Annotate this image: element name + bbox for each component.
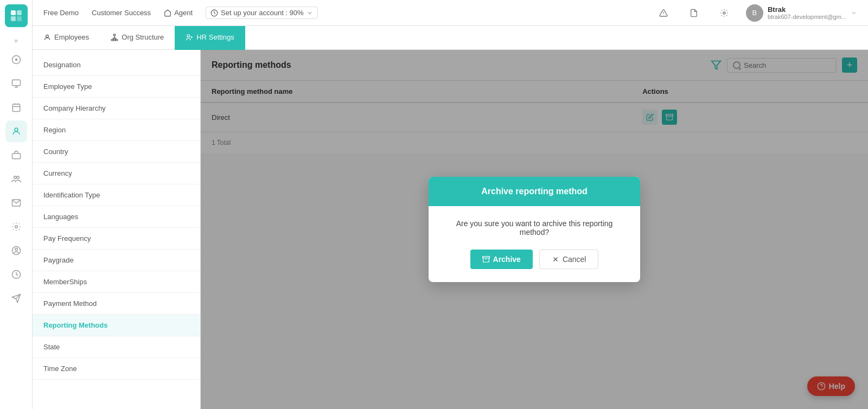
archive-modal: Archive reporting method Are you sure yo…: [429, 177, 640, 282]
svg-point-37: [187, 34, 190, 37]
menu-item-reporting-methods[interactable]: Reporting Methods: [33, 315, 200, 336]
app-logo: [5, 4, 28, 27]
nav-icon-calendar[interactable]: [5, 97, 27, 118]
user-info: B Btrak btrak607-development@gm...: [746, 4, 857, 22]
tab-hr-settings[interactable]: HR Settings: [175, 26, 245, 50]
menu-item-currency[interactable]: Currency: [33, 163, 200, 184]
menu-item-memberships[interactable]: MemberShips: [33, 271, 200, 293]
nav-icon-group[interactable]: [5, 168, 27, 190]
menu-item-pay-frequency[interactable]: Pay Frequency: [33, 228, 200, 250]
menu-item-region[interactable]: Region: [33, 119, 200, 141]
modal-body: Are you sure you want to archive this re…: [429, 206, 640, 250]
setup-link[interactable]: Set up your account : 90%: [206, 7, 317, 19]
user-email: btrak607-development@gm...: [768, 14, 846, 20]
nav-icon-send[interactable]: [5, 287, 27, 309]
nav-icon-person[interactable]: [5, 120, 27, 142]
top-navbar: Free Demo Customer Success Agent Set up …: [33, 0, 868, 26]
customer-success-link[interactable]: Customer Success: [92, 9, 151, 17]
left-panel: Designation Employee Type Company Hierar…: [33, 50, 201, 409]
right-panel: Reporting methods + Reporting method nam…: [201, 50, 868, 409]
menu-item-time-zone[interactable]: Time Zone: [33, 358, 200, 380]
nav-icon-user-circle[interactable]: [5, 240, 27, 261]
svg-point-18: [15, 226, 17, 228]
modal-header: Archive reporting method: [429, 177, 640, 206]
svg-rect-43: [482, 257, 489, 258]
svg-rect-31: [114, 39, 116, 40]
menu-item-employee-type[interactable]: Employee Type: [33, 76, 200, 98]
svg-rect-0: [11, 10, 16, 15]
user-name: Btrak: [768, 5, 846, 14]
svg-point-15: [14, 176, 16, 179]
svg-rect-29: [114, 34, 116, 35]
modal-actions: Archive Cancel: [429, 250, 640, 282]
nav-icon-settings[interactable]: [5, 216, 27, 238]
confirm-archive-button[interactable]: Archive: [470, 250, 533, 269]
modal-overlay: Archive reporting method Are you sure yo…: [201, 50, 868, 409]
svg-rect-14: [12, 154, 20, 159]
svg-rect-1: [17, 10, 22, 15]
menu-item-languages[interactable]: Languages: [33, 206, 200, 228]
svg-rect-3: [17, 16, 22, 21]
tab-org-structure[interactable]: Org Structure: [100, 26, 175, 50]
gear-icon-btn[interactable]: [716, 4, 733, 22]
page-tabs: Employees Org Structure HR Settings: [33, 26, 868, 50]
svg-rect-32: [116, 39, 118, 40]
svg-rect-9: [12, 104, 20, 112]
main-area: Free Demo Customer Success Agent Set up …: [33, 0, 868, 409]
svg-point-27: [723, 12, 725, 14]
nav-icon-dashboard[interactable]: [5, 49, 27, 71]
menu-item-state[interactable]: State: [33, 336, 200, 358]
svg-point-28: [46, 35, 49, 37]
svg-rect-30: [111, 39, 113, 40]
avatar: B: [746, 4, 763, 22]
menu-item-identification-type[interactable]: Identification Type: [33, 184, 200, 206]
user-text: Btrak btrak607-development@gm...: [768, 5, 846, 20]
cancel-archive-button[interactable]: Cancel: [539, 250, 599, 269]
menu-item-payment-method[interactable]: Payment Method: [33, 293, 200, 315]
alert-icon-btn[interactable]: [655, 4, 672, 22]
menu-item-country[interactable]: Country: [33, 141, 200, 163]
dropdown-chevron: [851, 10, 857, 16]
svg-rect-2: [11, 16, 16, 21]
svg-point-16: [16, 176, 19, 179]
svg-point-5: [15, 59, 17, 61]
menu-item-paygrade[interactable]: Paygrade: [33, 250, 200, 271]
svg-rect-6: [12, 80, 20, 86]
menu-item-company-hierarchy[interactable]: Company Hierarchy: [33, 98, 200, 119]
more-icon: »: [14, 37, 18, 44]
icon-sidebar: »: [0, 0, 33, 409]
nav-icon-tv[interactable]: [5, 73, 27, 94]
nav-icon-clock[interactable]: [5, 264, 27, 285]
tab-employees[interactable]: Employees: [33, 26, 100, 50]
document-icon-btn[interactable]: [685, 4, 703, 22]
free-demo-link[interactable]: Free Demo: [43, 9, 79, 17]
nav-icon-mail[interactable]: [5, 192, 27, 214]
svg-point-20: [15, 248, 17, 251]
content-layout: Designation Employee Type Company Hierar…: [33, 50, 868, 409]
menu-item-designation[interactable]: Designation: [33, 54, 200, 76]
svg-point-13: [15, 128, 18, 131]
agent-link[interactable]: Agent: [164, 9, 193, 17]
nav-icon-briefcase[interactable]: [5, 144, 27, 166]
